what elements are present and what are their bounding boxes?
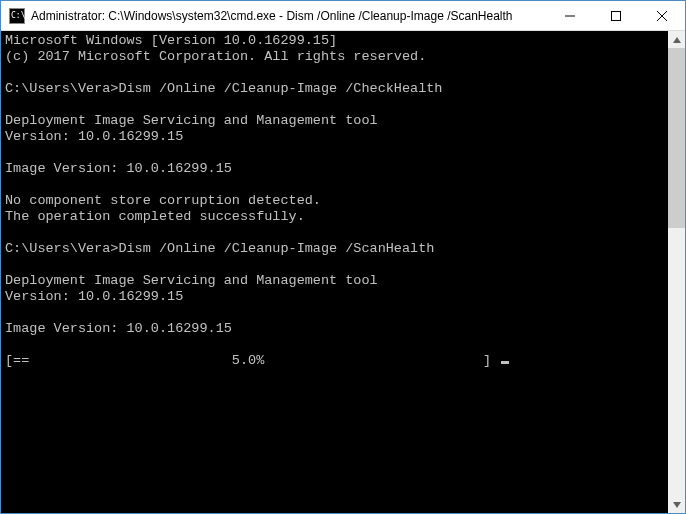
minimize-button[interactable] bbox=[547, 1, 593, 30]
svg-rect-4 bbox=[612, 11, 621, 20]
output-line: Image Version: 10.0.16299.15 bbox=[5, 321, 232, 336]
output-line: Image Version: 10.0.16299.15 bbox=[5, 161, 232, 176]
close-button[interactable] bbox=[639, 1, 685, 30]
command: Dism /Online /Cleanup-Image /CheckHealth bbox=[118, 81, 442, 96]
window-controls bbox=[547, 1, 685, 30]
vertical-scrollbar[interactable] bbox=[668, 31, 685, 513]
command: Dism /Online /Cleanup-Image /ScanHealth bbox=[118, 241, 434, 256]
cursor-icon bbox=[501, 361, 509, 364]
svg-text:C:\: C:\ bbox=[11, 11, 25, 20]
scroll-up-button[interactable] bbox=[668, 31, 685, 48]
output-line: Microsoft Windows [Version 10.0.16299.15… bbox=[5, 33, 337, 48]
scroll-thumb[interactable] bbox=[668, 48, 685, 228]
svg-marker-7 bbox=[673, 37, 681, 43]
titlebar[interactable]: C:\ Administrator: C:\Windows\system32\c… bbox=[1, 1, 685, 31]
scroll-track[interactable] bbox=[668, 48, 685, 496]
prompt: C:\Users\Vera> bbox=[5, 241, 118, 256]
output-line: Deployment Image Servicing and Managemen… bbox=[5, 273, 378, 288]
prompt: C:\Users\Vera> bbox=[5, 81, 118, 96]
output-line: Version: 10.0.16299.15 bbox=[5, 289, 183, 304]
output-line: Deployment Image Servicing and Managemen… bbox=[5, 113, 378, 128]
svg-marker-8 bbox=[673, 502, 681, 508]
terminal-output[interactable]: Microsoft Windows [Version 10.0.16299.15… bbox=[1, 31, 668, 513]
cmd-icon: C:\ bbox=[9, 8, 25, 24]
output-line: The operation completed successfully. bbox=[5, 209, 305, 224]
content-wrapper: Microsoft Windows [Version 10.0.16299.15… bbox=[1, 31, 685, 513]
output-line: Version: 10.0.16299.15 bbox=[5, 129, 183, 144]
progress-bar: [== 5.0% ] bbox=[5, 353, 499, 368]
maximize-button[interactable] bbox=[593, 1, 639, 30]
output-line: (c) 2017 Microsoft Corporation. All righ… bbox=[5, 49, 426, 64]
window-title: Administrator: C:\Windows\system32\cmd.e… bbox=[31, 9, 547, 23]
output-line: No component store corruption detected. bbox=[5, 193, 321, 208]
scroll-down-button[interactable] bbox=[668, 496, 685, 513]
cmd-window: C:\ Administrator: C:\Windows\system32\c… bbox=[0, 0, 686, 514]
